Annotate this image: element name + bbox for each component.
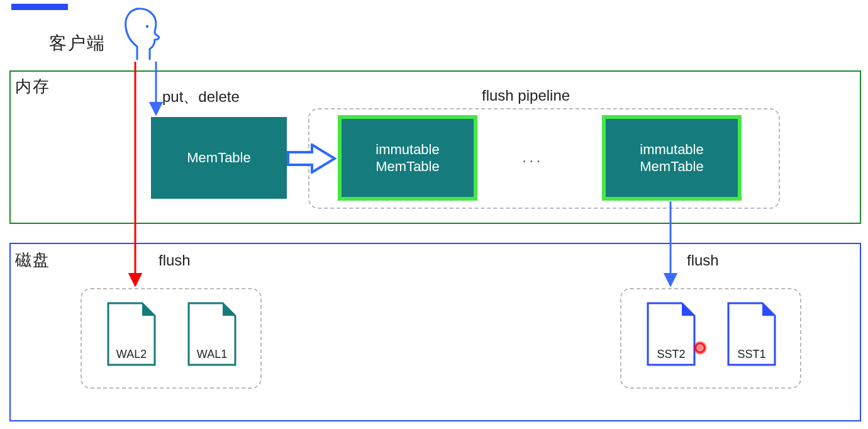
flow-arrows	[0, 0, 868, 429]
diagram-root: 客户端 内存 put、delete flush pipeline MemTabl…	[0, 0, 868, 429]
